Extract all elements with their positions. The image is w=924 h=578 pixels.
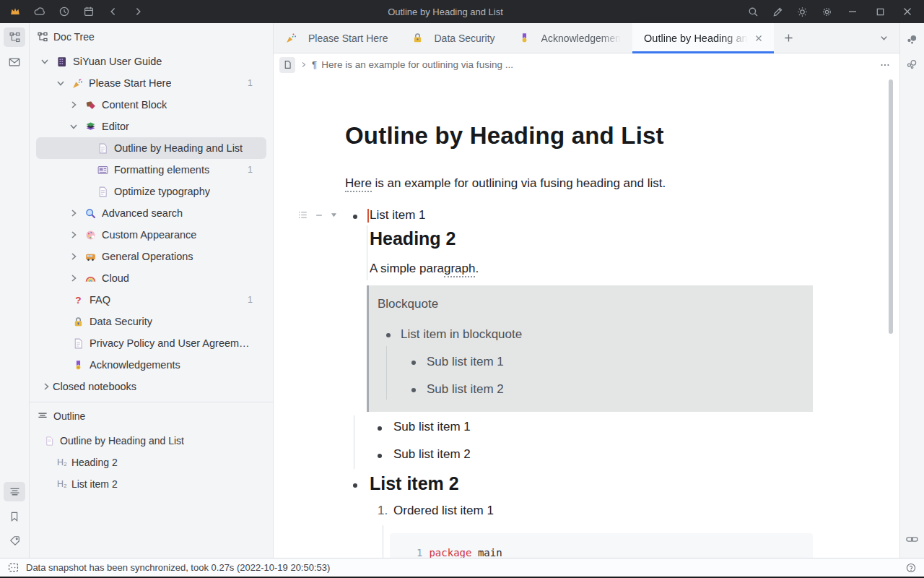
list-item-gutter-icon[interactable] <box>315 211 323 220</box>
close-button[interactable] <box>895 0 920 23</box>
backlinks-link-dock-icon[interactable] <box>902 530 923 549</box>
doc-row-cloud[interactable]: Cloud <box>30 267 273 289</box>
outline-item-doc[interactable]: Outline by Heading and List <box>30 430 273 452</box>
blockquote[interactable]: Blockquote List item in blockquote Sub l… <box>367 285 813 412</box>
inbox-envelope-icon[interactable] <box>4 52 25 72</box>
global-graph-dock-icon[interactable] <box>902 55 923 74</box>
chevron-right-icon[interactable] <box>69 208 79 218</box>
new-tab-plus-icon[interactable] <box>774 23 804 53</box>
doc-row-content-block[interactable]: Content Block <box>30 94 273 116</box>
graph-dock-icon[interactable] <box>902 30 923 50</box>
bookmark-dock-icon[interactable] <box>4 506 25 526</box>
vertical-scrollbar[interactable] <box>889 79 893 334</box>
intro-paragraph[interactable]: Here is an example for outlining via fus… <box>345 176 666 191</box>
doc-row-privacy-policy[interactable]: Privacy Policy and User Agreeme... <box>30 332 273 354</box>
doc-row-faq[interactable]: ? FAQ 1 <box>30 289 273 311</box>
chevron-right-icon[interactable] <box>69 230 79 240</box>
outline-panel: Outline Outline by Heading and List H₂ H… <box>30 402 273 558</box>
editor-content[interactable]: Outline by Heading and List Here is an e… <box>274 76 899 558</box>
sub-list-item-1[interactable]: Sub list item 1 <box>393 420 471 434</box>
tag-dock-icon[interactable] <box>4 531 25 551</box>
snapshot-icon <box>7 561 19 574</box>
indent-guide <box>367 225 367 280</box>
collapse-triangle-icon[interactable] <box>330 211 338 219</box>
doc-row-data-security[interactable]: Data Security <box>30 311 273 332</box>
doc-tree-icon <box>37 31 48 43</box>
doc-row-optimize-typography[interactable]: Optimize typography <box>30 181 273 202</box>
search-icon[interactable] <box>742 2 764 21</box>
closed-notebooks-row[interactable]: Closed notebooks <box>30 376 273 397</box>
ordered-list-item-1[interactable]: Ordered list item 1 <box>393 504 494 518</box>
outline-dock-icon[interactable] <box>4 482 25 501</box>
theme-sun-icon[interactable] <box>791 2 813 21</box>
app-window: Outline by Heading and List <box>0 0 924 578</box>
chevron-right-icon[interactable] <box>69 100 79 110</box>
blockquote-sub-item-2[interactable]: Sub list item 2 <box>427 382 504 397</box>
chevron-right-icon[interactable] <box>69 251 79 262</box>
siyuan-crown-icon[interactable] <box>4 2 26 21</box>
doc-tree-dock-icon[interactable] <box>4 27 25 47</box>
breadcrumb-text[interactable]: Here is an example for outlining via fus… <box>321 59 513 70</box>
outline-item-heading-2[interactable]: H₂ Heading 2 <box>30 452 273 473</box>
right-dock <box>899 23 924 558</box>
ordered-list-marker: 1. <box>378 504 388 518</box>
chevron-right-icon[interactable] <box>41 381 51 392</box>
help-icon[interactable] <box>905 562 917 574</box>
simple-paragraph[interactable]: A simple paragraph. <box>370 262 479 276</box>
tab-close-icon[interactable] <box>755 35 762 42</box>
doc-label: Optimize typography <box>114 186 210 197</box>
maximize-button[interactable] <box>868 0 892 23</box>
document-title[interactable]: Outline by Heading and List <box>345 122 664 150</box>
sync-cloud-icon[interactable] <box>29 2 51 21</box>
h2-marker: H₂ <box>57 457 67 467</box>
doc-row-outline-by-heading-and-list[interactable]: Outline by Heading and List <box>36 137 266 159</box>
virtual-ref-here[interactable]: Here <box>345 176 372 192</box>
doc-row-advanced-search[interactable]: Advanced search <box>30 202 273 224</box>
doc-row-general-operations[interactable]: General Operations <box>30 246 273 267</box>
history-icon[interactable] <box>53 2 75 21</box>
chevron-down-icon[interactable] <box>69 121 79 131</box>
tab-please-start-here[interactable]: Please Start Here <box>274 23 400 53</box>
minimize-button[interactable] <box>840 0 865 23</box>
settings-gear-icon[interactable] <box>816 2 837 21</box>
tab-list-chevron-down-icon[interactable] <box>868 23 899 53</box>
lock-icon <box>411 32 424 44</box>
list-item-2-heading[interactable]: List item 2 <box>370 473 459 494</box>
tab-acknowledgements[interactable]: Acknowledgemen <box>507 23 633 53</box>
blockquote-sub-item-1[interactable]: Sub list item 1 <box>427 355 504 369</box>
breadcrumb-document-icon[interactable] <box>279 57 295 73</box>
doc-label: Please Start Here <box>89 77 171 89</box>
doc-row-custom-appearance[interactable]: Custom Appearance <box>30 224 273 246</box>
notebook-row-siyuan-user-guide[interactable]: SiYuan User Guide <box>30 51 273 72</box>
forward-icon[interactable] <box>127 2 149 21</box>
more-options-icon[interactable] <box>879 59 891 71</box>
daily-note-calendar-icon[interactable] <box>78 2 100 21</box>
status-bar: Data snapshot has been synchronized, too… <box>0 558 924 577</box>
chevron-right-icon[interactable] <box>69 273 79 283</box>
doc-row-formatting-elements[interactable]: Formatting elements 1 <box>30 159 273 181</box>
doc-tree-header[interactable]: Doc Tree <box>30 23 273 51</box>
doc-label: Formatting elements <box>114 164 209 176</box>
back-icon[interactable] <box>103 2 124 21</box>
list-gutter-icon[interactable] <box>297 210 308 220</box>
list-item-1[interactable]: List item 1 <box>370 208 425 223</box>
virtual-ref-paragraph[interactable]: graph <box>444 262 475 277</box>
tab-data-security[interactable]: Data Security <box>400 23 507 53</box>
chevron-down-icon[interactable] <box>40 56 50 66</box>
doc-row-editor[interactable]: Editor <box>30 116 273 137</box>
doc-row-acknowledgements[interactable]: Acknowledgements <box>30 354 273 376</box>
outline-item-list-item-2[interactable]: H₂ List item 2 <box>30 473 273 495</box>
heading-2[interactable]: Heading 2 <box>370 228 456 249</box>
paragraph-pre: A simple para <box>370 262 444 275</box>
blockquote-list-item[interactable]: List item in blockquote <box>401 327 522 342</box>
bus-icon <box>84 251 97 263</box>
edit-mode-pencil-icon[interactable] <box>767 2 788 21</box>
chevron-down-icon[interactable] <box>56 78 66 88</box>
sub-list-item-2[interactable]: Sub list item 2 <box>393 447 471 462</box>
h2-marker: H₂ <box>57 479 67 489</box>
doc-row-please-start-here[interactable]: Please Start Here 1 <box>30 72 273 94</box>
notebook-label: SiYuan User Guide <box>73 56 162 67</box>
outline-header[interactable]: Outline <box>30 402 273 430</box>
tab-outline-by-heading-and-list[interactable]: Outline by Heading an <box>632 23 774 53</box>
code-block[interactable]: 1package main <box>390 533 813 558</box>
